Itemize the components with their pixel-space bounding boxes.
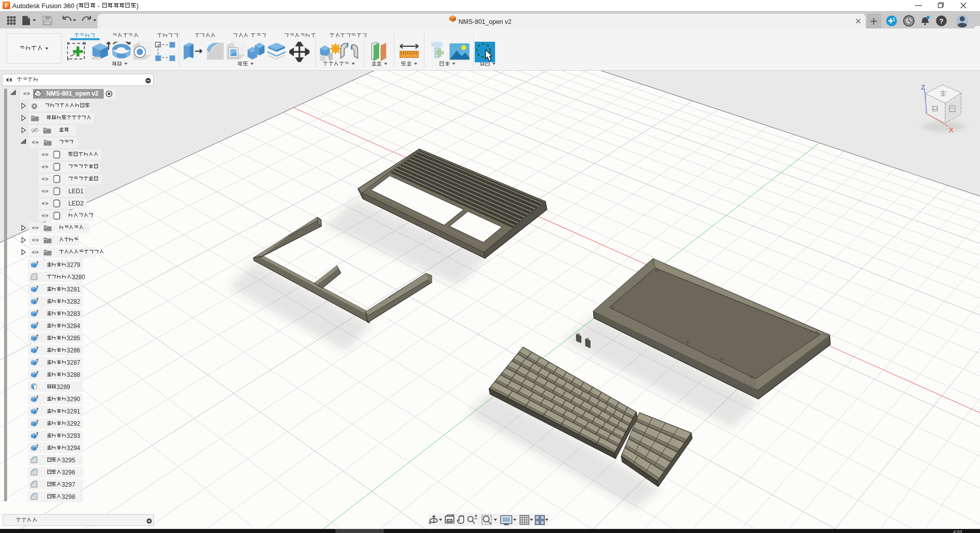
svg-text:?: ? <box>939 17 943 25</box>
svg-text:X: X <box>949 126 954 134</box>
svg-text:Z: Z <box>921 83 925 91</box>
svg-text:F: F <box>5 3 8 9</box>
